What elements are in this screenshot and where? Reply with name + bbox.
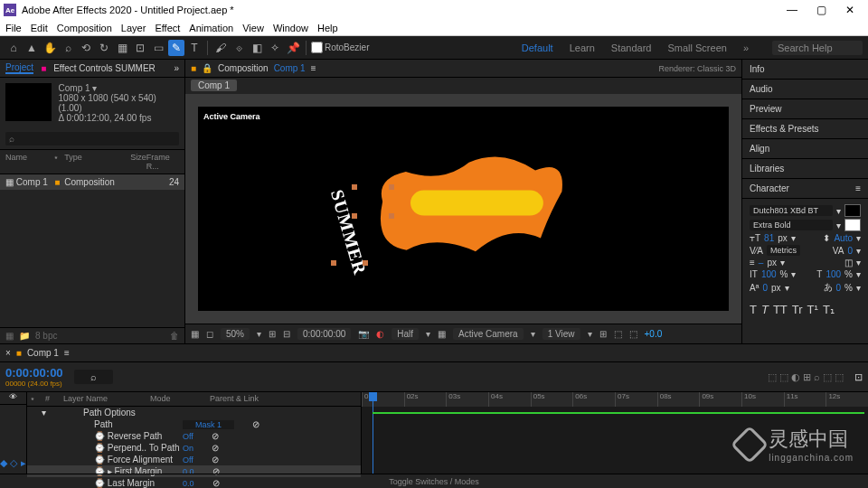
comp-subtab[interactable]: Comp 1 bbox=[191, 80, 237, 91]
vscale-input[interactable]: 100 bbox=[761, 269, 777, 279]
workspace-default[interactable]: Default bbox=[522, 42, 553, 53]
hscale-input[interactable]: 100 bbox=[826, 269, 841, 279]
renderer-dropdown[interactable]: Classic 3D bbox=[697, 64, 736, 73]
menu-composition[interactable]: Composition bbox=[57, 23, 112, 33]
resolution-dropdown[interactable]: Half bbox=[392, 328, 419, 340]
panel-effects[interactable]: Effects & Presets bbox=[742, 119, 868, 139]
prop-path[interactable]: Path bbox=[83, 419, 183, 429]
menu-layer[interactable]: Layer bbox=[121, 23, 146, 33]
workspace-small[interactable]: Small Screen bbox=[667, 42, 726, 53]
search-help-input[interactable]: Search Help bbox=[772, 41, 863, 55]
menu-effect[interactable]: Effect bbox=[155, 23, 180, 33]
graph-editor-icon[interactable]: ⊡ bbox=[854, 371, 863, 383]
composition-viewer[interactable]: Active Camera SUMMER bbox=[185, 94, 741, 324]
comp-tab-name[interactable]: Comp 1 bbox=[274, 63, 306, 73]
panel-info[interactable]: Info bbox=[742, 60, 868, 80]
menu-file[interactable]: File bbox=[5, 23, 22, 33]
puppet-tool-icon[interactable]: 📌 bbox=[285, 40, 301, 56]
clone-tool-icon[interactable]: ⟐ bbox=[231, 40, 247, 56]
menu-help[interactable]: Help bbox=[317, 23, 338, 33]
minimize-button[interactable]: — bbox=[778, 4, 807, 16]
toggle-switches-button[interactable]: Toggle Switches / Modes bbox=[389, 477, 479, 486]
zoom-tool-icon[interactable]: ⌕ bbox=[60, 40, 76, 56]
italic-button[interactable]: T bbox=[761, 303, 769, 316]
prop-perpendicular[interactable]: ⌚ Perpend.. To Path bbox=[83, 443, 183, 453]
rotobezier-checkbox[interactable] bbox=[311, 42, 323, 53]
exposure-value[interactable]: +0.0 bbox=[645, 329, 663, 339]
menu-view[interactable]: View bbox=[242, 23, 264, 33]
rotobezier-label: RotoBezier bbox=[325, 42, 369, 52]
view-dropdown[interactable]: 1 View bbox=[542, 328, 580, 340]
right-panels: Info Audio Preview Effects & Presets Ali… bbox=[741, 60, 868, 343]
timeline-search[interactable]: ⌕ bbox=[74, 370, 113, 384]
bpc-button[interactable]: 8 bpc bbox=[35, 331, 57, 341]
interpret-icon[interactable]: ▦ bbox=[5, 331, 14, 341]
type-tool-icon[interactable]: T bbox=[186, 40, 203, 56]
tracking-input[interactable]: 0 bbox=[847, 246, 853, 256]
font-size-input[interactable]: 81 bbox=[764, 233, 774, 243]
camera-dropdown[interactable]: Active Camera bbox=[453, 328, 524, 340]
zoom-dropdown[interactable]: 50% bbox=[221, 328, 250, 340]
close-button[interactable]: ✕ bbox=[835, 4, 864, 16]
rotate-tool-icon[interactable]: ↻ bbox=[96, 40, 112, 56]
timeline-panel: ×■Comp 1≡ 0:00:00:00 00000 (24.00 fps) ⌕… bbox=[0, 343, 868, 488]
tab-effect-controls[interactable]: Effect Controls SUMMER bbox=[53, 63, 156, 73]
guide-icon[interactable]: ⊟ bbox=[283, 329, 290, 339]
prop-path-options[interactable]: Path Options bbox=[83, 408, 183, 418]
panel-align[interactable]: Align bbox=[742, 139, 868, 159]
camera-tool-icon[interactable]: ▦ bbox=[114, 40, 130, 56]
home-icon[interactable]: ⌂ bbox=[5, 40, 22, 56]
window-title: Adobe After Effects 2020 - Untitled Proj… bbox=[22, 5, 234, 15]
fill-swatch[interactable] bbox=[844, 204, 861, 217]
tab-project[interactable]: Project bbox=[5, 62, 33, 74]
current-time[interactable]: 0:00:00:00 bbox=[5, 366, 63, 380]
grid-icon[interactable]: ⊞ bbox=[269, 329, 276, 339]
preview-time[interactable]: 0:00:00:00 bbox=[297, 328, 351, 340]
smallcaps-button[interactable]: Tr bbox=[792, 303, 803, 316]
brush-tool-icon[interactable]: 🖌 bbox=[212, 40, 229, 56]
prop-force-alignment[interactable]: ⌚ Force Alignment bbox=[83, 455, 183, 465]
timeline-tab[interactable]: Comp 1 bbox=[27, 348, 59, 358]
project-search-input[interactable]: ⌕ bbox=[5, 132, 179, 145]
roto-tool-icon[interactable]: ✧ bbox=[267, 40, 283, 56]
comp-name[interactable]: Comp 1 ▾ bbox=[59, 83, 179, 93]
prop-reverse-path[interactable]: ⌚ Reverse Path bbox=[83, 431, 183, 441]
pen-tool-icon[interactable]: ✎ bbox=[168, 40, 184, 56]
bold-button[interactable]: T bbox=[750, 303, 757, 316]
time-ruler[interactable]: 01s02s03s04s05s06s07s08s09s10s11s12s bbox=[362, 392, 868, 407]
allcaps-button[interactable]: TT bbox=[773, 303, 788, 316]
rect-tool-icon[interactable]: ▭ bbox=[150, 40, 166, 56]
project-columns: Name ⭑ Type Size Frame R... bbox=[0, 149, 184, 174]
active-camera-label: Active Camera bbox=[203, 112, 260, 121]
selection-tool-icon[interactable]: ▲ bbox=[24, 40, 40, 56]
panel-audio[interactable]: Audio bbox=[742, 80, 868, 99]
comp-panel-icon: 🔒 bbox=[202, 63, 212, 73]
workspace-learn[interactable]: Learn bbox=[570, 42, 595, 53]
snapshot-icon[interactable]: 📷 bbox=[358, 329, 369, 339]
menu-animation[interactable]: Animation bbox=[189, 23, 233, 33]
panel-character[interactable]: Character≡ bbox=[742, 179, 868, 199]
mag-icon[interactable]: ▦ bbox=[191, 329, 199, 339]
trash-icon[interactable]: 🗑 bbox=[170, 331, 179, 341]
project-row[interactable]: ▦ Comp 1 ■ Composition 24 bbox=[0, 174, 184, 190]
playhead[interactable] bbox=[373, 392, 373, 474]
workspace-standard[interactable]: Standard bbox=[611, 42, 652, 53]
panel-libraries[interactable]: Libraries bbox=[742, 159, 868, 179]
subscript-button[interactable]: T₁ bbox=[823, 303, 835, 316]
font-family-dropdown[interactable]: Dutch801 XBd BT bbox=[750, 205, 833, 216]
hand-tool-icon[interactable]: ✋ bbox=[42, 40, 58, 56]
kerning-dropdown[interactable]: Metrics bbox=[767, 245, 800, 256]
font-weight-dropdown[interactable]: Extra Bold bbox=[750, 220, 833, 230]
menu-window[interactable]: Window bbox=[273, 23, 308, 33]
leading-input[interactable]: Auto bbox=[834, 233, 853, 243]
workspace-more-icon[interactable]: » bbox=[743, 42, 749, 53]
eraser-tool-icon[interactable]: ◧ bbox=[249, 40, 265, 56]
stroke-swatch[interactable] bbox=[844, 219, 861, 231]
maximize-button[interactable]: ▢ bbox=[807, 4, 835, 16]
menu-edit[interactable]: Edit bbox=[31, 23, 48, 33]
pan-behind-tool-icon[interactable]: ⊡ bbox=[132, 40, 148, 56]
panel-preview[interactable]: Preview bbox=[742, 99, 868, 119]
superscript-button[interactable]: T¹ bbox=[807, 303, 818, 316]
orbit-tool-icon[interactable]: ⟲ bbox=[78, 40, 94, 56]
folder-icon[interactable]: 📁 bbox=[19, 331, 30, 341]
